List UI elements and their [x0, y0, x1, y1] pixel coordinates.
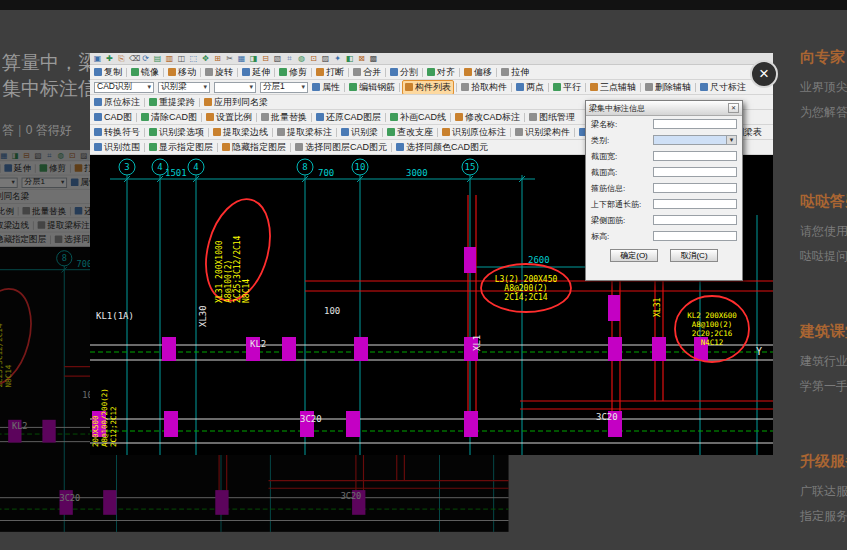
- dialog-field-input[interactable]: [653, 231, 737, 241]
- toolbar-button[interactable]: 分割: [388, 66, 420, 79]
- toolbar-separator: [201, 113, 202, 122]
- toolbar-button[interactable]: 删除辅轴: [643, 81, 693, 94]
- dialog-field-input[interactable]: [653, 183, 737, 193]
- menubar-icon[interactable]: ▨: [321, 54, 330, 63]
- toolbar-button[interactable]: 提取梁标注: [275, 126, 334, 139]
- toolbar-button[interactable]: 旋转: [203, 66, 235, 79]
- toolbar-button[interactable]: 识别梁: [339, 126, 380, 139]
- beam-label: XL1: [472, 335, 482, 351]
- menubar-icon[interactable]: ▣: [93, 54, 102, 63]
- menubar-icon[interactable]: ◍: [297, 54, 306, 63]
- toolbar-button[interactable]: 识别原位标注: [440, 126, 508, 139]
- toolbar-button[interactable]: 构件列表: [402, 80, 454, 95]
- toolbar-button[interactable]: 两点: [514, 81, 546, 94]
- sidebar-card-line: 建筑行业: [800, 353, 847, 370]
- toolbar-button[interactable]: 识别梁构件: [513, 126, 572, 139]
- toolbar-button[interactable]: 复制: [92, 66, 124, 79]
- dialog-field-input[interactable]: [653, 215, 737, 225]
- toolbar-button[interactable]: 图纸管理: [527, 111, 577, 124]
- menubar-icon[interactable]: ⎘: [117, 54, 126, 63]
- dialog-close-icon[interactable]: ✕: [728, 103, 739, 113]
- toolbar-separator: [136, 113, 137, 122]
- toolbar-button[interactable]: 修剪: [277, 66, 309, 79]
- toolbar-button[interactable]: 移动: [166, 66, 198, 79]
- toolbar-button[interactable]: 对齐: [425, 66, 457, 79]
- toolbar-button[interactable]: 编辑钢筋: [347, 81, 397, 94]
- toolbar-button[interactable]: 清除CAD图: [139, 111, 199, 124]
- menubar-icon[interactable]: ◨: [249, 54, 258, 63]
- toolbar-separator: [217, 143, 218, 152]
- toolbar-button[interactable]: 选择同图层CAD图元: [293, 141, 389, 154]
- dialog-field-input[interactable]: [653, 199, 737, 209]
- toolbar-button[interactable]: 显示指定图层: [147, 141, 215, 154]
- dialog-field-input[interactable]: [653, 135, 737, 145]
- dialog-field-input[interactable]: [653, 119, 737, 129]
- toolbar-button[interactable]: 选择同颜色CAD图元: [394, 141, 490, 154]
- sidebar-card-title[interactable]: 哒哒答疑: [800, 192, 847, 211]
- menubar-icon[interactable]: ✚: [105, 54, 114, 63]
- toolbar-button[interactable]: 批量替换: [259, 111, 309, 124]
- menubar-icon[interactable]: ⌗: [285, 54, 294, 63]
- name-combo[interactable]: ▾: [214, 82, 256, 93]
- element-combo[interactable]: 识别梁▾: [158, 82, 210, 93]
- toolbar-separator: [199, 98, 200, 107]
- toolbar-button[interactable]: 拾取构件: [459, 81, 509, 94]
- toolbar-button[interactable]: 识别范围: [92, 141, 142, 154]
- sidebar-card-title[interactable]: 向专家: [800, 48, 847, 67]
- toolbar-button[interactable]: 应用到同名梁: [202, 96, 270, 109]
- sidebar-card-title[interactable]: 升级服务: [800, 452, 847, 471]
- menubar-icon[interactable]: ⊡: [309, 54, 318, 63]
- toolbar-button[interactable]: 偏移: [462, 66, 494, 79]
- menubar-icon[interactable]: ▦: [237, 54, 246, 63]
- toolbar-button[interactable]: 修改CAD标注: [453, 111, 522, 124]
- menubar-icon[interactable]: ✂: [225, 54, 234, 63]
- chevron-down-icon: ▾: [249, 83, 253, 91]
- menubar-icon[interactable]: ▥: [165, 54, 174, 63]
- toolbar-button[interactable]: 还原CAD图层: [314, 111, 383, 124]
- menubar-icon[interactable]: ⊞: [213, 54, 222, 63]
- menubar-icon[interactable]: ✦: [333, 54, 342, 63]
- sidebar-card-title[interactable]: 建筑课堂: [800, 322, 847, 341]
- menubar-icon[interactable]: ◧: [345, 54, 354, 63]
- toolbar-button[interactable]: 镜像: [129, 66, 161, 79]
- toolbar-button[interactable]: 重提梁跨: [147, 96, 197, 109]
- dialog-field-input[interactable]: [653, 151, 737, 161]
- toolbar-button[interactable]: 设置比例: [204, 111, 254, 124]
- toolbar-button[interactable]: 合并: [351, 66, 383, 79]
- toolbar-button[interactable]: 属性: [310, 81, 342, 94]
- toolbar-button[interactable]: 尺寸标注: [698, 81, 748, 94]
- menubar-icon[interactable]: ⌫: [129, 54, 138, 63]
- ok-button[interactable]: 确定(O): [610, 249, 658, 262]
- toolbar-button[interactable]: 平行: [551, 81, 583, 94]
- toolbar-button[interactable]: 三点辅轴: [588, 81, 638, 94]
- toolbar-button[interactable]: 打断: [314, 66, 346, 79]
- toolbar-button[interactable]: 拉伸: [499, 66, 531, 79]
- menubar-icon[interactable]: ⊟: [261, 54, 270, 63]
- menubar-icon[interactable]: ✥: [201, 54, 210, 63]
- toolbar-button[interactable]: 查改支座: [385, 126, 435, 139]
- toolbar-row-edit: 复制镜像移动旋转延伸修剪打断合并分割对齐偏移拉伸: [90, 65, 773, 80]
- toolbar-button[interactable]: 隐藏指定图层: [220, 141, 288, 154]
- lightbox-close-button[interactable]: ×: [750, 60, 778, 88]
- cancel-button[interactable]: 取消(C): [670, 249, 718, 262]
- dialog-field-row: 截面高:: [586, 164, 742, 180]
- floor-combo[interactable]: 分层1▾: [260, 82, 308, 93]
- menubar-icon[interactable]: ⬚: [189, 54, 198, 63]
- module-combo[interactable]: CAD识别▾: [94, 82, 154, 93]
- menubar-icon[interactable]: ◫: [177, 54, 186, 63]
- menubar-icon[interactable]: ⊠: [357, 54, 366, 63]
- menubar-icon[interactable]: ▤: [153, 54, 162, 63]
- dialog-field-input[interactable]: [653, 167, 737, 177]
- toolbar-button[interactable]: 延伸: [240, 66, 272, 79]
- menubar-icon[interactable]: ▧: [273, 54, 282, 63]
- toolbar-button[interactable]: 转换符号: [92, 126, 142, 139]
- tool-icon: [516, 83, 524, 91]
- toolbar-separator: [422, 68, 423, 77]
- toolbar-button[interactable]: 补画CAD线: [388, 111, 448, 124]
- menubar-icon[interactable]: ▩: [369, 54, 378, 63]
- toolbar-button[interactable]: 识别梁选项: [147, 126, 206, 139]
- toolbar-button[interactable]: 提取梁边线: [211, 126, 270, 139]
- menubar-icon[interactable]: ⟳: [141, 54, 150, 63]
- toolbar-button[interactable]: CAD图: [92, 111, 134, 124]
- toolbar-button[interactable]: 原位标注: [92, 96, 142, 109]
